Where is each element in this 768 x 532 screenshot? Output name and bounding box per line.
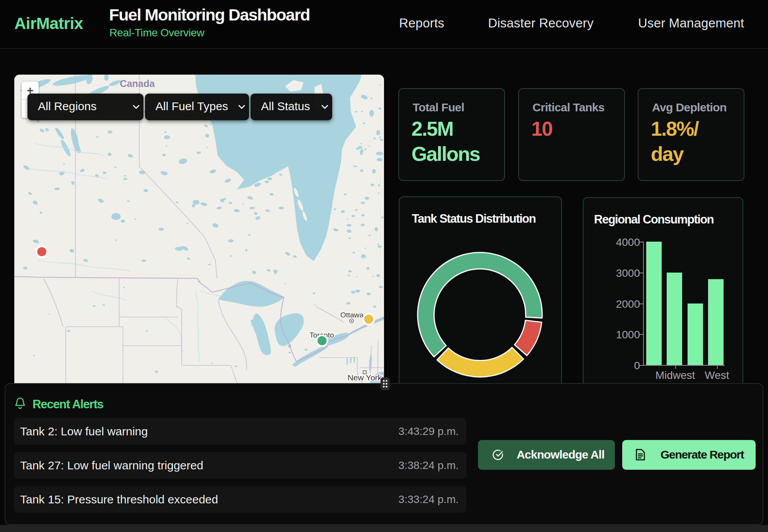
svg-text:New York: New York bbox=[348, 373, 382, 382]
svg-text:Ottawa: Ottawa bbox=[340, 311, 364, 319]
svg-text:Canada: Canada bbox=[120, 78, 155, 89]
